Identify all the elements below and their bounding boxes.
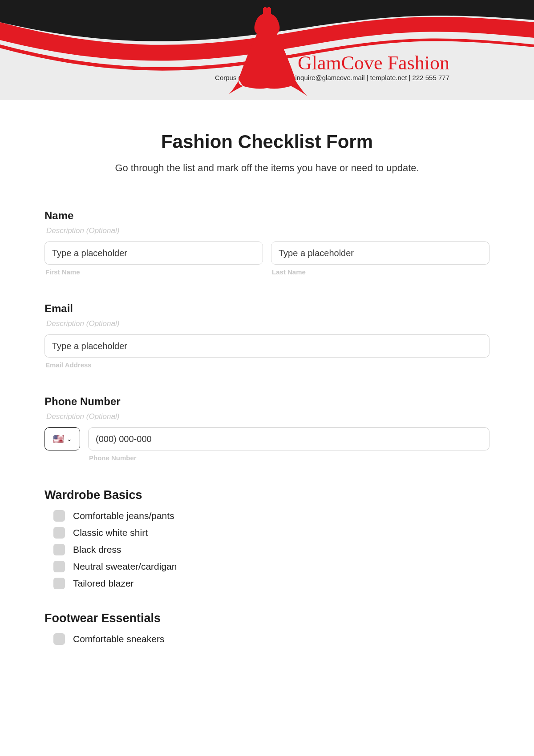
form-subtitle: Go through the list and mark off the ite… xyxy=(44,162,490,174)
checkbox-jeans[interactable] xyxy=(53,510,65,522)
checkbox-blazer[interactable] xyxy=(53,578,65,589)
footwear-essentials-heading: Footwear Essentials xyxy=(44,611,490,625)
chevron-down-icon: ⌄ xyxy=(67,435,72,442)
checkbox-sneakers[interactable] xyxy=(53,633,65,645)
checkbox-label: Classic white shirt xyxy=(73,527,148,538)
list-item: Comfortable sneakers xyxy=(53,633,490,645)
header-banner: GlamCove Fashion Corpus Christi, TX 7840… xyxy=(0,0,534,100)
wardrobe-basics-heading: Wardrobe Basics xyxy=(44,488,490,502)
name-label: Name xyxy=(44,209,490,222)
first-name-sublabel: First Name xyxy=(44,268,263,276)
phone-description: Description (Optional) xyxy=(44,412,490,421)
list-item: Neutral sweater/cardigan xyxy=(53,561,490,572)
wardrobe-checklist: Comfortable jeans/pants Classic white sh… xyxy=(44,510,490,589)
checkbox-label: Comfortable sneakers xyxy=(73,634,164,644)
first-name-input[interactable] xyxy=(44,241,263,265)
email-label: Email xyxy=(44,302,490,315)
list-item: Black dress xyxy=(53,544,490,555)
last-name-sublabel: Last Name xyxy=(271,268,490,276)
name-description: Description (Optional) xyxy=(44,226,490,235)
phone-number-input[interactable] xyxy=(88,427,490,450)
checkbox-black-dress[interactable] xyxy=(53,544,65,555)
checkbox-label: Comfortable jeans/pants xyxy=(73,511,174,521)
list-item: Comfortable jeans/pants xyxy=(53,510,490,522)
us-flag-icon: 🇺🇸 xyxy=(53,434,64,443)
email-field-group: Email Description (Optional) Email Addre… xyxy=(44,302,490,369)
checkbox-label: Black dress xyxy=(73,544,121,555)
dress-logo-icon xyxy=(0,0,534,100)
country-code-select[interactable]: 🇺🇸 ⌄ xyxy=(44,427,80,450)
checkbox-sweater[interactable] xyxy=(53,561,65,572)
list-item: Tailored blazer xyxy=(53,578,490,589)
checkbox-label: Tailored blazer xyxy=(73,578,134,589)
checkbox-white-shirt[interactable] xyxy=(53,527,65,539)
last-name-input[interactable] xyxy=(271,241,490,265)
form-title: Fashion Checklist Form xyxy=(44,131,490,153)
phone-label: Phone Number xyxy=(44,395,490,408)
list-item: Classic white shirt xyxy=(53,527,490,539)
phone-sublabel: Phone Number xyxy=(88,454,490,462)
email-sublabel: Email Address xyxy=(44,361,490,369)
checkbox-label: Neutral sweater/cardigan xyxy=(73,561,177,572)
name-field-group: Name Description (Optional) First Name L… xyxy=(44,209,490,276)
email-input[interactable] xyxy=(44,334,490,358)
email-description: Description (Optional) xyxy=(44,319,490,328)
form-content: Fashion Checklist Form Go through the li… xyxy=(0,100,534,645)
phone-field-group: Phone Number Description (Optional) 🇺🇸 ⌄… xyxy=(44,395,490,462)
footwear-checklist: Comfortable sneakers xyxy=(44,633,490,645)
